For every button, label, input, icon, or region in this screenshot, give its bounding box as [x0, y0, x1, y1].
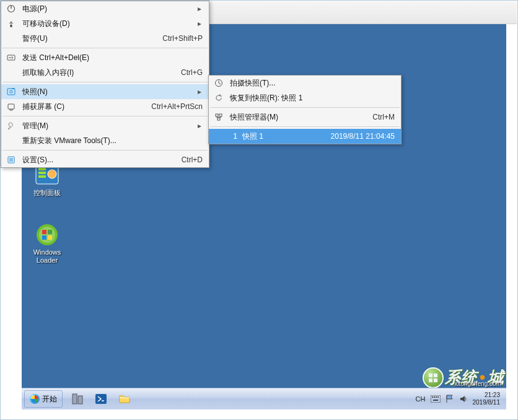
desktop-icon-control-panel[interactable]: 控制面板 [25, 163, 69, 197]
watermark-url: xitongcheng.com [454, 380, 501, 387]
menu-item-removable-devices[interactable]: 可移动设备(D) ▸ [1, 16, 209, 31]
tray-volume-icon[interactable] [459, 395, 468, 403]
camera-icon [213, 78, 225, 88]
svg-rect-28 [217, 118, 220, 120]
tray-clock[interactable]: 21:23 2019/8/11 [473, 392, 503, 406]
desktop-icon-label: WindowsLoader [25, 248, 69, 265]
svg-rect-16 [433, 400, 438, 401]
menu-item-revert-snapshot[interactable]: 恢复到快照(R): 快照 1 [209, 90, 401, 105]
submenu-arrow-icon: ▸ [196, 121, 203, 130]
desktop-icon-windows-loader[interactable]: WindowsLoader [25, 222, 69, 265]
ime-indicator[interactable]: CH [416, 395, 426, 403]
vm-context-menu: 电源(P) ▸ 可移动设备(D) ▸ 暂停(U) Ctrl+Shift+P 发送… [1, 1, 209, 168]
power-icon [5, 4, 17, 14]
snapshot-date: 2019/8/11 21:04:45 [331, 132, 395, 141]
settings-icon [5, 155, 17, 165]
svg-rect-10 [120, 397, 130, 398]
menu-item-snapshot-manager[interactable]: 快照管理器(M) Ctrl+M [209, 110, 401, 125]
svg-rect-1 [38, 168, 46, 170]
snapshot-index: 1 [230, 132, 237, 141]
svg-rect-20 [7, 89, 15, 95]
menu-separator [210, 126, 400, 127]
menu-item-snapshot-entry[interactable]: 1 快照 1 2019/8/11 21:04:45 [209, 129, 401, 144]
menu-item-capture-screen[interactable]: 捕获屏幕 (C) Ctrl+Alt+PrtScn [1, 99, 209, 114]
svg-rect-15 [437, 396, 439, 398]
shortcut-label: Ctrl+Alt+PrtScn [151, 102, 203, 111]
svg-point-21 [10, 90, 12, 93]
shortcut-label: Ctrl+Shift+P [162, 34, 203, 43]
app-window: 控制面板 WindowsLoader 系统 • 城 xitongcheng.co [0, 0, 518, 420]
wrench-icon [5, 121, 17, 131]
capture-icon [5, 102, 17, 112]
snapshot-icon [5, 87, 17, 97]
menu-separator [2, 116, 208, 116]
shortcut-label: Ctrl+G [181, 68, 203, 77]
svg-rect-23 [8, 104, 14, 109]
menu-item-reinstall-tools[interactable]: 重新安装 VMware Tools(T)... [1, 133, 209, 148]
menu-item-power[interactable]: 电源(P) ▸ [1, 1, 209, 16]
menu-item-take-snapshot[interactable]: 拍摄快照(T)... [209, 76, 401, 90]
svg-rect-22 [12, 88, 14, 89]
desktop-icon-label: 控制面板 [25, 189, 69, 197]
svg-rect-8 [78, 396, 82, 404]
svg-rect-7 [72, 394, 77, 404]
svg-rect-13 [434, 396, 435, 398]
menu-separator [2, 82, 208, 82]
svg-rect-12 [432, 396, 433, 398]
menu-item-manage[interactable]: 管理(M) ▸ [1, 118, 209, 133]
svg-rect-3 [38, 175, 46, 178]
windows-orb-icon [30, 394, 40, 404]
taskbar-icon-powershell[interactable] [92, 391, 110, 407]
svg-rect-11 [431, 395, 441, 403]
revert-icon [213, 93, 225, 103]
menu-separator [210, 107, 400, 108]
clock-time: 21:23 [473, 392, 501, 399]
menu-item-settings[interactable]: 设置(S)... Ctrl+D [1, 152, 209, 167]
menu-item-grab-input[interactable]: 抓取输入内容(I) Ctrl+G [1, 65, 209, 80]
svg-rect-14 [436, 396, 437, 398]
tray-keyboard-icon[interactable] [431, 395, 441, 403]
menu-item-send-cad[interactable]: 发送 Ctrl+Alt+Del(E) [1, 50, 209, 65]
submenu-arrow-icon: ▸ [196, 87, 203, 96]
start-button[interactable]: 开始 [24, 390, 63, 408]
usb-icon [5, 19, 17, 28]
taskbar-icon-server-manager[interactable] [69, 391, 86, 407]
svg-rect-27 [219, 114, 222, 116]
windows-loader-icon [35, 222, 59, 247]
svg-point-4 [48, 170, 56, 178]
snapshot-submenu: 拍摄快照(T)... 恢复到快照(R): 快照 1 快照管理器(M) Ctrl+… [208, 75, 402, 144]
taskbar: 开始 CH [22, 388, 506, 409]
shortcut-label: Ctrl+D [182, 155, 203, 164]
svg-rect-26 [216, 114, 218, 116]
submenu-arrow-icon: ▸ [196, 19, 203, 28]
menu-separator [2, 48, 208, 48]
system-tray: CH 21:23 2019/8/11 [412, 392, 506, 406]
send-key-icon [5, 53, 17, 63]
svg-point-6 [39, 227, 55, 243]
taskbar-icon-explorer[interactable] [116, 391, 133, 407]
tray-flag-icon[interactable] [446, 395, 454, 403]
menu-item-snapshot[interactable]: 快照(N) ▸ [1, 84, 209, 99]
submenu-arrow-icon: ▸ [196, 4, 203, 13]
start-label: 开始 [42, 394, 57, 405]
menu-item-pause[interactable]: 暂停(U) Ctrl+Shift+P [1, 31, 209, 46]
clock-date: 2019/8/11 [473, 399, 501, 406]
shortcut-label: Ctrl+M [372, 113, 395, 121]
manager-icon [213, 112, 225, 122]
svg-rect-2 [38, 172, 46, 174]
menu-separator [2, 150, 208, 151]
watermark-badge-icon [423, 367, 444, 388]
